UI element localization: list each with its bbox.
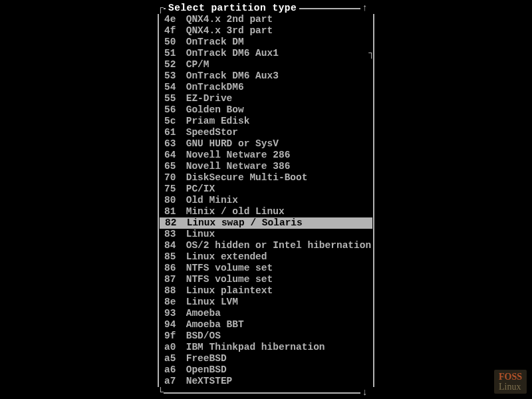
partition-name: Amoeba BBT	[180, 319, 244, 330]
partition-code: 5c	[164, 116, 180, 127]
dialog-title: Select partition type	[166, 3, 299, 14]
partition-type-row[interactable]: 52 CP/M	[159, 59, 373, 70]
partition-type-row[interactable]: 87 NTFS volume set	[159, 274, 373, 285]
partition-type-row[interactable]: a0 IBM Thinkpad hibernation	[159, 342, 373, 353]
scroll-down-icon[interactable]: ↓	[360, 387, 369, 398]
watermark-line2: Linux	[499, 382, 522, 392]
partition-type-row[interactable]: 54 OnTrackDM6	[159, 82, 373, 93]
partition-type-row[interactable]: 88 Linux plaintext	[159, 285, 373, 297]
partition-name: OS/2 hidden or Intel hibernation	[180, 240, 371, 251]
partition-code: 86	[164, 263, 180, 274]
scroll-up-icon[interactable]: ↑	[360, 3, 369, 14]
partition-name: Amoeba	[180, 308, 221, 319]
partition-code: 94	[164, 319, 180, 331]
partition-type-row[interactable]: 83 Linux	[159, 229, 373, 240]
partition-type-row[interactable]: 5c Priam Edisk	[159, 116, 373, 127]
partition-code: a6	[164, 364, 180, 376]
partition-name: Linux LVM	[180, 297, 238, 307]
partition-name: IBM Thinkpad hibernation	[180, 342, 325, 352]
partition-type-row[interactable]: 94 Amoeba BBT	[159, 319, 373, 331]
partition-name: NTFS volume set	[180, 274, 273, 285]
partition-name: GNU HURD or SysV	[180, 138, 279, 149]
partition-code: 64	[164, 150, 180, 161]
partition-code: 93	[164, 308, 180, 319]
partition-type-row[interactable]: 75 PC/IX	[159, 184, 373, 195]
partition-type-row[interactable]: 80 Old Minix	[159, 195, 373, 206]
partition-type-row[interactable]: 84 OS/2 hidden or Intel hibernation	[159, 240, 373, 251]
partition-type-row[interactable]: a6 OpenBSD	[159, 364, 373, 376]
partition-code: a7	[164, 376, 180, 387]
partition-type-row[interactable]: 63 GNU HURD or SysV	[159, 138, 373, 150]
partition-code: 75	[164, 184, 180, 195]
partition-code: 80	[164, 195, 180, 206]
watermark-badge: FOSS Linux	[494, 370, 527, 394]
partition-type-row[interactable]: 61 SpeedStor	[159, 127, 373, 138]
partition-name: PC/IX	[180, 184, 215, 194]
partition-name: Linux plaintext	[180, 285, 273, 296]
partition-name: SpeedStor	[180, 127, 238, 138]
partition-name: OnTrackDM6	[180, 82, 244, 92]
partition-type-row[interactable]: 55 EZ-Drive	[159, 93, 373, 104]
terminal-screen: Select partition type ↑ 4e QNX4.x 2nd pa…	[0, 0, 532, 399]
partition-name: CP/M	[180, 59, 209, 70]
partition-code: 87	[164, 274, 180, 285]
watermark-line1: FOSS	[499, 372, 522, 382]
partition-code: 65	[164, 161, 180, 172]
partition-name: Linux	[180, 229, 215, 239]
partition-type-row[interactable]: 81 Minix / old Linux	[159, 206, 373, 217]
partition-type-row[interactable]: 82 Linux swap / Solaris	[160, 217, 372, 229]
partition-code: 56	[164, 104, 180, 116]
partition-name: FreeBSD	[180, 353, 227, 364]
partition-name: Minix / old Linux	[180, 206, 285, 217]
partition-name: QNX4.x 2nd part	[180, 14, 273, 25]
partition-code: 70	[164, 172, 180, 184]
partition-code: 63	[164, 138, 180, 150]
partition-type-dialog: Select partition type ↑ 4e QNX4.x 2nd pa…	[158, 3, 374, 398]
partition-type-row[interactable]: a5 FreeBSD	[159, 353, 373, 364]
partition-name: NeXTSTEP	[180, 376, 232, 386]
partition-type-row[interactable]: 8e Linux LVM	[159, 297, 373, 308]
partition-type-row[interactable]: 86 NTFS volume set	[159, 263, 373, 274]
partition-code: 84	[164, 240, 180, 251]
partition-name: Golden Bow	[180, 104, 244, 115]
partition-name: QNX4.x 3rd part	[180, 25, 273, 36]
partition-name: Priam Edisk	[180, 116, 249, 126]
partition-name: NTFS volume set	[180, 263, 273, 273]
partition-code: 88	[164, 285, 180, 297]
partition-name: Linux swap / Solaris	[181, 217, 303, 228]
partition-type-row[interactable]: 70 DiskSecure Multi-Boot	[159, 172, 373, 184]
partition-code: 9f	[164, 331, 180, 342]
partition-code: a0	[164, 342, 180, 353]
partition-type-row[interactable]: a7 NeXTSTEP	[159, 376, 373, 387]
dialog-frame-bottom: ↓	[158, 387, 374, 398]
partition-type-list[interactable]: 4e QNX4.x 2nd part4f QNX4.x 3rd part50 O…	[158, 14, 374, 387]
partition-type-row[interactable]: 56 Golden Bow	[159, 104, 373, 116]
partition-code: 85	[164, 251, 180, 263]
partition-type-row[interactable]: 64 Novell Netware 286	[159, 150, 373, 161]
partition-code: 55	[164, 93, 180, 104]
partition-name: OnTrack DM6 Aux3	[180, 70, 279, 81]
partition-type-row[interactable]: 65 Novell Netware 386	[159, 161, 373, 172]
partition-code: 8e	[164, 297, 180, 308]
partition-name: DiskSecure Multi-Boot	[180, 172, 307, 183]
partition-name: Old Minix	[180, 195, 238, 205]
partition-name: Linux extended	[180, 251, 267, 262]
partition-code: 83	[164, 229, 180, 240]
partition-type-row[interactable]: 93 Amoeba	[159, 308, 373, 319]
partition-code: 61	[164, 127, 180, 138]
partition-name: OpenBSD	[180, 364, 227, 375]
partition-type-row[interactable]: 53 OnTrack DM6 Aux3	[159, 70, 373, 82]
partition-type-row[interactable]: 85 Linux extended	[159, 251, 373, 263]
partition-name: EZ-Drive	[180, 93, 232, 104]
partition-code: 54	[164, 82, 180, 93]
partition-code: 52	[164, 59, 180, 70]
partition-name: Novell Netware 386	[180, 161, 290, 172]
partition-type-row[interactable]: 51 OnTrack DM6 Aux1	[159, 48, 373, 59]
partition-name: BSD/OS	[180, 331, 221, 341]
partition-code: a5	[164, 353, 180, 364]
partition-code: 82	[165, 217, 181, 229]
partition-name: OnTrack DM6 Aux1	[180, 48, 279, 59]
partition-code: 53	[164, 70, 180, 82]
dialog-frame-top: Select partition type ↑	[158, 3, 374, 14]
partition-type-row[interactable]: 9f BSD/OS	[159, 331, 373, 342]
